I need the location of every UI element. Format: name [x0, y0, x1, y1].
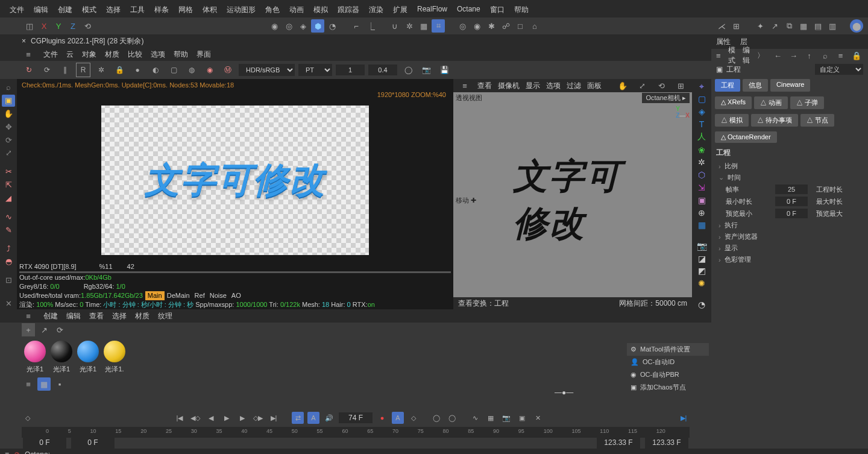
vp-layout-icon[interactable]: ⊞	[674, 79, 687, 92]
lasso-tool-icon[interactable]: ✋	[2, 108, 15, 120]
menu-item[interactable]: RealFlow	[412, 2, 452, 17]
first-frame-button[interactable]: |◀	[174, 412, 186, 424]
submenu-item[interactable]: 界面	[197, 49, 211, 60]
square-icon[interactable]: ▢	[694, 94, 709, 104]
grid-view-icon[interactable]: ▦	[37, 377, 51, 391]
vp-icon5[interactable]: ⧉	[782, 19, 796, 33]
prim-poly-icon[interactable]: ◈	[297, 19, 310, 33]
exposure-input[interactable]	[368, 65, 397, 75]
expand-row[interactable]: ›比例	[711, 160, 868, 172]
brush-tool-icon[interactable]: ◓	[2, 256, 15, 268]
submenu-item[interactable]: 材质	[105, 49, 119, 60]
attrs-tab-button[interactable]: △ XRefs	[715, 96, 752, 109]
save-icon[interactable]: 💾	[437, 63, 451, 77]
key-icon[interactable]: ◇	[22, 412, 34, 424]
attrs-tab-button[interactable]: △ 待办事项	[751, 114, 798, 127]
marker-end-icon[interactable]: ▶|	[678, 412, 690, 424]
extrude-tool-icon[interactable]: ⇱	[2, 179, 15, 191]
mat-menu-item[interactable]: 编辑	[66, 311, 81, 321]
vp-menu-item[interactable]: 过滤	[567, 81, 581, 91]
region-icon[interactable]: R	[76, 63, 90, 77]
attrs-menu-item[interactable]: 〉	[757, 51, 764, 61]
eyedrop-icon[interactable]: ◍	[184, 63, 199, 77]
menu-item[interactable]: 编辑	[29, 2, 53, 17]
prev-key-button[interactable]: ◀◇	[189, 412, 201, 424]
last-tool-icon[interactable]: ⊡	[2, 274, 15, 286]
render-tab[interactable]: Ref	[192, 291, 207, 300]
menu-item[interactable]: 角色	[260, 2, 285, 17]
rotate-tool-icon[interactable]: ⟳	[2, 134, 15, 146]
up-icon[interactable]: ↑	[803, 49, 816, 62]
layout-icon[interactable]: ◫	[23, 19, 36, 33]
hamburger-icon[interactable]: ≡	[458, 79, 471, 92]
menu-item[interactable]: 窗口	[485, 2, 509, 17]
link-icon[interactable]: ☍	[499, 19, 512, 33]
vp-settings-icon[interactable]: ▥	[826, 19, 839, 33]
autokey-button[interactable]: A	[307, 412, 319, 424]
curve-tool-icon[interactable]: ⤴	[2, 242, 15, 254]
axis-y-button[interactable]: Y	[52, 19, 65, 33]
attrs-tab-button[interactable]: △ 节点	[800, 114, 834, 127]
submenu-item[interactable]: 帮助	[174, 49, 188, 60]
x-icon[interactable]: ✕	[532, 412, 544, 424]
vp-icon4[interactable]: ↗	[768, 19, 781, 33]
mat-menu-item[interactable]: 材质	[135, 311, 149, 321]
prim-cone-icon[interactable]: ◔	[326, 19, 339, 33]
person-icon[interactable]: 人	[694, 131, 709, 142]
magnet-icon[interactable]: ∪	[388, 19, 401, 33]
cam2-icon[interactable]: ◪	[694, 253, 709, 263]
clip-icon[interactable]: □	[514, 19, 527, 33]
thumb-size-slider[interactable]: —●—	[555, 388, 591, 397]
rec-icon[interactable]: ◉	[470, 19, 483, 33]
grid-icon[interactable]: ▦	[417, 19, 430, 33]
paint-icon[interactable]: ◔	[694, 299, 709, 309]
menu-item[interactable]: 运动图形	[222, 2, 260, 17]
submenu-item[interactable]: 对象	[82, 49, 96, 60]
alpha-icon[interactable]: ◉	[203, 63, 217, 77]
current-frame-input[interactable]: 74 F	[339, 412, 373, 423]
blob-icon[interactable]: ❀	[694, 145, 709, 155]
vp-menu-item[interactable]: 选项	[546, 81, 561, 91]
expand-row[interactable]: ⌄时间	[711, 172, 868, 183]
next-key-button[interactable]: ◇▶	[252, 412, 264, 424]
mat-menu-item[interactable]: 查看	[89, 311, 104, 321]
attrs-tab-button[interactable]: 信息	[743, 79, 768, 92]
menu-item[interactable]: 体积	[198, 2, 222, 17]
vp-menu-item[interactable]: 面板	[587, 81, 602, 91]
prim-sphere-icon[interactable]: ◎	[282, 19, 295, 33]
target-icon[interactable]: ◎	[456, 19, 469, 33]
cam3-icon[interactable]: ◩	[694, 266, 709, 276]
prim-active-icon[interactable]: ⬢	[311, 19, 324, 33]
gear-icon[interactable]: ✲	[694, 157, 709, 168]
select-tool-icon[interactable]: ▣	[2, 95, 15, 107]
close-icon[interactable]: ×	[22, 37, 26, 45]
preview-end-input[interactable]: 123.33 F	[597, 438, 640, 449]
opt-icon[interactable]: ◯	[446, 412, 458, 424]
vp-menu-item[interactable]: 摄像机	[498, 81, 520, 91]
ruler-icon[interactable]: ⎿	[364, 19, 377, 33]
scale-tool-icon[interactable]: ⤢	[2, 147, 15, 159]
attrs-tab-button[interactable]: 工程	[715, 79, 740, 92]
prim-cube-icon[interactable]: ◉	[268, 19, 281, 33]
plugin-row[interactable]: 👤OC-自动ID	[627, 356, 709, 368]
viewport-camera-select[interactable]: Octane相机 ▸	[642, 93, 690, 103]
render-tab[interactable]: AO	[229, 291, 244, 300]
mat-menu-item[interactable]: 选择	[112, 311, 127, 321]
axis-x-button[interactable]: X	[37, 19, 51, 33]
globe-icon[interactable]: ⊕	[694, 207, 709, 218]
axis-z-button[interactable]: Z	[66, 19, 80, 33]
menu-item[interactable]: 选择	[101, 2, 125, 17]
range-start-input[interactable]: 0 F	[23, 438, 66, 449]
frame-icon[interactable]: ▣	[516, 412, 528, 424]
vp-icon2[interactable]: ⊞	[729, 19, 743, 33]
search-icon[interactable]: ⌕	[819, 49, 832, 62]
prev-frame-button[interactable]: ◀	[205, 412, 217, 424]
angle-icon[interactable]: ⌐	[350, 19, 363, 33]
sphere-icon[interactable]: ●	[130, 63, 145, 77]
render-tab[interactable]: Noise	[207, 291, 229, 300]
vp-clapper-icon[interactable]: ▦	[797, 19, 810, 33]
hamburger-icon[interactable]: ≡	[5, 450, 9, 454]
attrs-tab-button[interactable]: △ 模拟	[715, 114, 749, 127]
key-button[interactable]: ◇	[407, 412, 420, 424]
menu-item[interactable]: 跟踪器	[333, 2, 364, 17]
